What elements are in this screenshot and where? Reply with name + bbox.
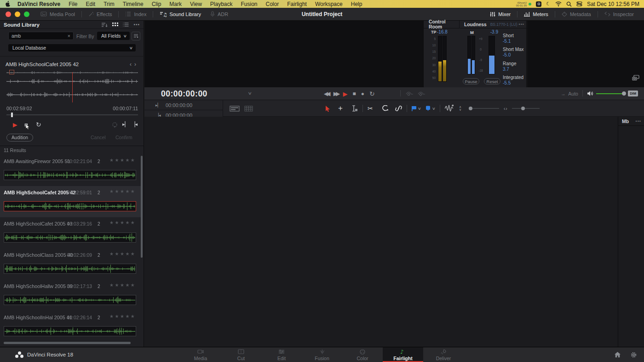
menu-view[interactable]: View [186,1,206,7]
in-timecode[interactable]: 00:00:00:00 [166,102,192,108]
menu-file[interactable]: File [64,1,81,7]
result-rating-stars[interactable]: ★★★★★ [109,251,136,256]
loudness-options-icon[interactable]: ••• [519,22,524,27]
horizontal-zoom-icon[interactable]: ‹› [504,100,508,117]
sound-library-button[interactable]: ♫ Sound Library [153,8,207,20]
wifi-icon[interactable] [555,1,562,6]
marker-icon[interactable] [426,100,431,117]
page-tab-color[interactable]: Color [342,347,383,362]
result-rating-stars[interactable]: ★★★★★ [109,283,136,288]
result-waveform[interactable] [4,326,136,336]
panel-options-icon[interactable]: ••• [133,22,140,27]
metadata-button[interactable]: Metadata [555,8,598,20]
settings-gear-icon[interactable] [631,352,637,358]
link-clips-icon[interactable] [395,100,402,117]
monitor-volume-slider[interactable] [596,93,625,94]
volume-handle[interactable] [11,113,13,117]
menu-clip[interactable]: Clip [148,1,166,7]
horizontal-scrollbar[interactable] [4,342,131,344]
sound-result-row[interactable]: AMB HighSchoolHallw 2005 39 00:02:17:13 … [0,280,141,311]
capture-app-icon[interactable] [536,1,541,7]
result-waveform[interactable] [4,170,136,180]
preview-loop-icon[interactable]: ↻ [36,121,41,128]
range-selection-tool-icon[interactable] [351,100,358,117]
menu-davinci-resolve[interactable]: DaVinci Resolve [13,1,64,7]
result-waveform[interactable] [4,232,136,243]
skip-forward-icon[interactable]: ▸▏ [122,121,129,127]
result-rating-stars[interactable]: ★★★★★ [109,189,136,194]
mixer-button[interactable]: Mixer [483,8,517,20]
menu-edit[interactable]: Edit [82,1,100,7]
result-rating-stars[interactable]: ★★★★★ [109,220,136,225]
result-rating-stars[interactable]: ★★★★★ [109,314,136,319]
page-tab-edit[interactable]: Edit [261,347,302,362]
dim-button[interactable]: DIM [628,90,638,96]
home-icon[interactable] [615,352,621,357]
page-tab-cut[interactable]: Cut [221,347,261,362]
menu-fairlight[interactable]: Fairlight [283,1,311,7]
sound-result-row[interactable]: AMB AwaitingFirewor 2005 51 00:02:21:04 … [0,155,141,186]
preview-playhead[interactable] [72,72,73,102]
effects-button[interactable]: Effects [82,8,118,20]
horizontal-zoom-handle[interactable] [521,107,525,110]
timeline-timecode[interactable]: 00:00:00:00 [161,89,207,99]
list-view-icon[interactable] [123,23,129,27]
stop-icon[interactable]: ■ [353,90,356,97]
fast-forward-icon[interactable]: ▶▶ [334,90,338,97]
meters-button[interactable]: Meters [518,8,555,20]
rewind-icon[interactable]: ◀◀ [324,90,328,97]
sound-result-row[interactable]: AMB HighSchoolCafet 2005 42 00:02:59:01 … [0,186,141,217]
page-tab-media[interactable]: Media [180,347,221,362]
clear-search-icon[interactable]: × [68,33,70,39]
search-input[interactable]: amb × [8,32,74,40]
preview-volume-slider[interactable] [6,114,138,115]
flag-icon[interactable] [411,100,417,117]
preview-play-icon[interactable]: ▶ [13,121,17,128]
waveform-zoom-icon[interactable] [444,100,454,117]
cancel-button[interactable]: Cancel [91,135,106,140]
zoom-window-icon[interactable] [24,11,29,17]
sort-icon[interactable] [101,23,108,27]
chevron-down-icon[interactable]: ∨ [418,100,421,117]
result-waveform[interactable] [4,201,136,211]
page-tab-fusion[interactable]: Fusion [302,347,342,362]
index-button[interactable]: Index [119,8,153,20]
loop-region-marker[interactable] [9,70,14,74]
menu-timeline[interactable]: Timeline [119,1,148,7]
inspector-button[interactable]: Inspector [598,8,640,20]
spot-to-timeline-icon[interactable] [112,122,118,128]
track-grid-icon[interactable] [244,100,253,117]
monitor-volume-handle[interactable] [622,91,626,96]
minimize-window-icon[interactable] [15,11,20,17]
screen-recorder-status[interactable]: iShowU00:01:35 [516,1,531,7]
automation-write-icon[interactable] [418,90,426,97]
media-pool-button[interactable]: Media Pool [34,8,81,20]
focus-moon-icon[interactable]: ☾ [546,1,551,6]
vertical-zoom-icon[interactable]: ∧∨ [459,100,461,117]
menu-workspace[interactable]: Workspace [311,1,347,7]
loop-playback-icon[interactable]: ↻ [369,90,375,97]
prev-result-icon[interactable]: ‹ [130,61,134,68]
timeline-view-options-icon[interactable] [230,100,240,117]
pause-button[interactable]: Pause [463,78,479,85]
reset-button[interactable]: Reset [484,78,500,85]
menu-fusion[interactable]: Fusion [237,1,262,7]
horizontal-zoom-slider[interactable] [512,108,540,109]
menu-mark[interactable]: Mark [165,1,186,7]
sound-result-row[interactable]: AMB HighSchoolClass 2005 40 00:02:26:09 … [0,249,141,280]
confirm-button[interactable]: Confirm [115,135,132,140]
chevron-down-icon[interactable]: ∨ [432,100,436,117]
filter-dropdown[interactable]: All Fields∨ [97,32,130,40]
close-window-icon[interactable] [6,11,11,17]
chevron-down-icon[interactable]: ∨ [247,91,252,96]
audition-button[interactable]: Audition [6,134,33,141]
sound-result-row[interactable]: AMB HighSchoolCafet 2005 43 00:03:29:16 … [0,217,141,249]
page-tab-fairlight[interactable]: ♪ Fairlight [383,347,423,362]
skip-back-icon[interactable]: ▕◂ [131,121,138,127]
timeline-area[interactable]: Mb ••• [144,117,644,347]
menu-color[interactable]: Color [262,1,283,7]
page-tab-deliver[interactable]: Deliver [423,347,464,362]
result-waveform[interactable] [4,295,136,305]
vertical-zoom-slider[interactable] [469,108,499,109]
razor-tool-icon[interactable]: ✂ [368,100,373,117]
